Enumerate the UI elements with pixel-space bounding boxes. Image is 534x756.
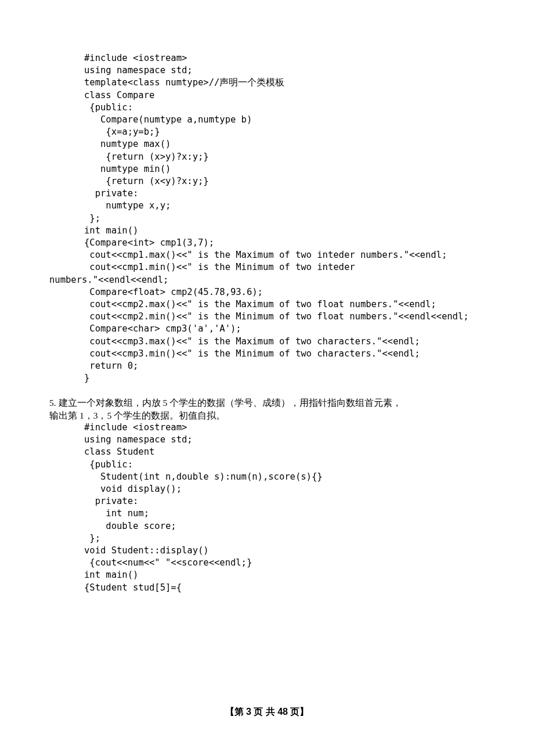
- code-line: numtype x,y;: [49, 200, 485, 212]
- code-line: cout<<cmp1.min()<<" is the Minimum of tw…: [49, 261, 485, 273]
- code-line: void Student::display(): [49, 545, 485, 557]
- code-line: Compare<float> cmp2(45.78,93.6);: [49, 286, 485, 298]
- question-text-line: 5. 建立一个对象数组，内放 5 个学生的数据（学号、成绩），用指针指向数组首元…: [49, 397, 485, 409]
- code-line: class Student: [49, 446, 485, 458]
- code-line: numtype max(): [49, 138, 485, 150]
- code-line: cout<<cmp1.max()<<" is the Maximum of tw…: [49, 249, 485, 261]
- code-line: };: [49, 532, 485, 545]
- code-line: {return (x<y)?x:y;}: [49, 175, 485, 188]
- code-line: return 0;: [49, 360, 485, 372]
- code-line: {Student stud[5]={: [49, 582, 485, 594]
- code-line: void display();: [49, 483, 485, 495]
- code-line: class Compare: [49, 89, 485, 102]
- page-content: #include <iostream> using namespace std;…: [0, 0, 534, 594]
- question-text-line: 输出第 1，3，5 个学生的数据。初值自拟。: [49, 409, 485, 422]
- code-line: numtype min(): [49, 163, 485, 175]
- code-line: using namespace std;: [49, 64, 485, 77]
- code-line: numbers."<<endl<<endl;: [49, 274, 485, 286]
- code-line: int num;: [49, 507, 485, 520]
- code-line: cout<<cmp2.min()<<" is the Minimum of tw…: [49, 311, 485, 323]
- code-line: Student(int n,double s):num(n),score(s){…: [49, 471, 485, 483]
- code-line: double score;: [49, 520, 485, 532]
- code-line: {public:: [49, 102, 485, 114]
- code-line: {x=a;y=b;}: [49, 126, 485, 138]
- code-line: template<class numtype>//声明一个类模板: [49, 77, 485, 89]
- code-line: {return (x>y)?x:y;}: [49, 151, 485, 163]
- code-line: {cout<<num<<" "<<score<<endl;}: [49, 557, 485, 569]
- code-line: using namespace std;: [49, 434, 485, 446]
- code-line: int main(): [49, 569, 485, 581]
- code-line: #include <iostream>: [49, 422, 485, 434]
- code-line: Compare(numtype a,numtype b): [49, 114, 485, 126]
- code-line: Compare<char> cmp3('a','A');: [49, 323, 485, 335]
- code-line: {Compare<int> cmp1(3,7);: [49, 237, 485, 249]
- code-line: }: [49, 372, 485, 384]
- page-footer: 【第 3 页 共 48 页】: [0, 706, 534, 718]
- code-line: };: [49, 213, 485, 225]
- code-line: {public:: [49, 459, 485, 471]
- code-line: cout<<cmp2.max()<<" is the Maximum of tw…: [49, 298, 485, 311]
- question-5: 5. 建立一个对象数组，内放 5 个学生的数据（学号、成绩），用指针指向数组首元…: [49, 397, 485, 421]
- code-line: int main(): [49, 225, 485, 237]
- code-line: cout<<cmp3.min()<<" is the Minimum of tw…: [49, 348, 485, 360]
- code-line: #include <iostream>: [49, 52, 485, 64]
- code-line: cout<<cmp3.max()<<" is the Maximum of tw…: [49, 336, 485, 348]
- code-line: private:: [49, 495, 485, 507]
- code-line: private:: [49, 188, 485, 200]
